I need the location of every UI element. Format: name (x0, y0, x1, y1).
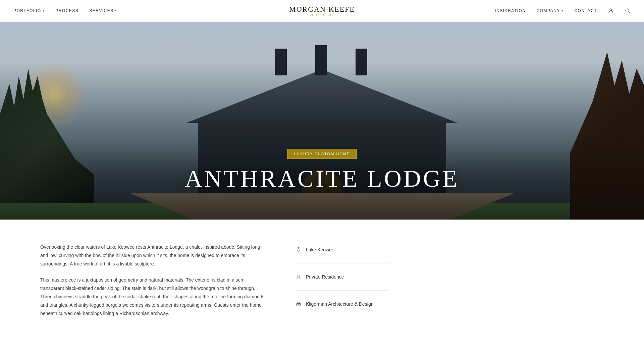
nav-item-inspiration[interactable]: INSPIRATION (495, 8, 526, 13)
content-right: Lake Keowee Private Residence Kligerm (295, 243, 389, 325)
navigation: PORTFOLIO ▾ PROCESS SERVICES ▾ MORGAN·KE… (0, 0, 644, 22)
hero-title: ANTHRACITE LODGE (0, 165, 644, 193)
search-icon[interactable] (625, 8, 631, 14)
nav-portfolio-label: PORTFOLIO (13, 8, 41, 13)
svg-rect-6 (298, 304, 299, 306)
svg-rect-5 (297, 304, 301, 306)
logo-subtitle: BUILDERS (309, 13, 336, 17)
company-chevron-icon: ▾ (561, 9, 564, 12)
svg-line-2 (629, 12, 630, 13)
nav-logo[interactable]: MORGAN·KEEFE BUILDERS (289, 5, 355, 17)
description-paragraph-1: Overlooking the clear waters of Lake Keo… (40, 243, 268, 268)
detail-architect: Kligerman Architecture & Design (295, 301, 389, 307)
nav-item-company[interactable]: COMPANY ▾ (537, 8, 564, 13)
svg-point-1 (626, 9, 629, 12)
nav-services-label: SERVICES (89, 8, 113, 13)
type-text: Private Residence (306, 274, 344, 280)
logo-name: MORGAN·KEEFE (289, 5, 355, 14)
architect-icon (295, 301, 302, 307)
nav-inspiration-label: INSPIRATION (495, 8, 526, 13)
hero-tag: LUXURY CUSTOM HOME (287, 149, 357, 159)
content-left: Overlooking the clear waters of Lake Keo… (40, 243, 268, 325)
detail-location: Lake Keowee (295, 246, 389, 253)
nav-company-label: COMPANY (537, 8, 560, 13)
nav-item-process[interactable]: PROCESS (55, 8, 78, 13)
architect-text: Kligerman Architecture & Design (306, 301, 374, 307)
services-chevron-icon: ▾ (115, 9, 117, 12)
nav-item-services[interactable]: SERVICES ▾ (89, 8, 117, 13)
detail-type: Private Residence (295, 274, 389, 280)
svg-point-0 (610, 9, 612, 11)
nav-item-contact[interactable]: CONTACT (574, 8, 597, 13)
person-icon (295, 274, 302, 280)
location-pin-icon (295, 246, 302, 253)
divider-2 (295, 290, 389, 291)
nav-right: INSPIRATION COMPANY ▾ CONTACT (355, 8, 631, 14)
content-section: Overlooking the clear waters of Lake Keo… (0, 220, 644, 349)
svg-point-3 (298, 249, 299, 250)
location-text: Lake Keowee (306, 247, 334, 252)
nav-contact-label: CONTACT (574, 8, 597, 13)
nav-left: PORTFOLIO ▾ PROCESS SERVICES ▾ (13, 8, 289, 13)
nav-process-label: PROCESS (55, 8, 78, 13)
portfolio-chevron-icon: ▾ (43, 9, 45, 12)
divider-1 (295, 263, 389, 263)
hero-section: LUXURY CUSTOM HOME ANTHRACITE LODGE (0, 22, 644, 220)
svg-point-4 (298, 275, 299, 277)
hero-content: LUXURY CUSTOM HOME ANTHRACITE LODGE (0, 149, 644, 193)
description-paragraph-2: This masterpiece is a juxtaposition of g… (40, 276, 268, 318)
nav-item-portfolio[interactable]: PORTFOLIO ▾ (13, 8, 45, 13)
user-icon[interactable] (608, 8, 614, 14)
